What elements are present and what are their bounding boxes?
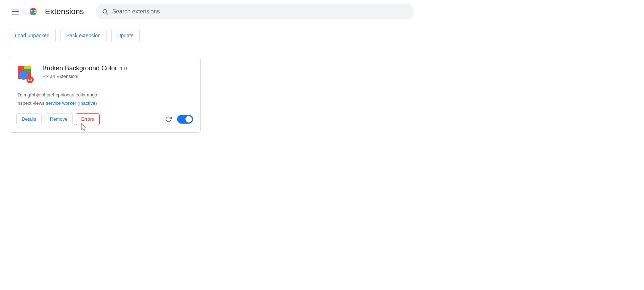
inspect-views-row: Inspect views service worker (Inactive)	[16, 99, 193, 107]
search-icon	[101, 8, 109, 15]
page-title: Extensions	[45, 7, 84, 16]
extension-meta: ID: mgfbhjnibhjdehcphiocaoiediidmngo Ins…	[16, 91, 193, 108]
service-worker-link[interactable]: service worker (Inactive)	[46, 100, 97, 106]
extension-description: Fix an Extension!	[42, 74, 193, 79]
search-input[interactable]	[112, 8, 409, 15]
remove-button[interactable]: Remove	[45, 113, 73, 125]
extension-id-row: ID: mgfbhjnibhjdehcphiocaoiediidmngo	[16, 91, 193, 99]
extension-name: Broken Background Color	[42, 65, 117, 72]
search-bar	[96, 4, 414, 20]
details-button[interactable]: Details	[16, 113, 42, 125]
card-header: Broken Background Color 1.0 Fix an Exten…	[16, 65, 193, 85]
load-unpacked-button[interactable]: Load unpacked	[9, 29, 56, 42]
svg-point-10	[32, 79, 32, 79]
chrome-logo-icon	[28, 6, 39, 17]
toggle-thumb	[185, 116, 192, 123]
inspect-label: Inspect views	[16, 100, 45, 106]
extension-id: mgfbhjnibhjdehcphiocaoiediidmngo	[24, 92, 97, 98]
reload-button[interactable]	[163, 113, 174, 125]
main-content: Broken Background Color 1.0 Fix an Exten…	[0, 48, 644, 141]
header: Extensions	[0, 0, 644, 23]
errors-button-wrapper: Errors	[76, 113, 99, 125]
enable-toggle[interactable]	[177, 115, 193, 124]
svg-point-6	[19, 71, 28, 80]
svg-rect-5	[24, 66, 31, 69]
svg-point-9	[29, 79, 31, 81]
card-footer: Details Remove Errors	[16, 113, 193, 125]
extension-icon	[16, 65, 37, 85]
extension-info: Broken Background Color 1.0 Fix an Exten…	[42, 65, 193, 79]
errors-button[interactable]: Errors	[76, 113, 99, 125]
extension-version: 1.0	[120, 66, 127, 71]
menu-button[interactable]	[9, 6, 22, 17]
extension-name-row: Broken Background Color 1.0	[42, 65, 193, 72]
toolbar: Load unpacked Pack extension Update	[0, 23, 644, 48]
svg-point-2	[32, 10, 35, 13]
extension-card: Broken Background Color 1.0 Fix an Exten…	[9, 57, 201, 133]
id-label: ID:	[16, 92, 22, 98]
pack-extension-button[interactable]: Pack extension	[60, 29, 107, 42]
update-button[interactable]: Update	[111, 29, 140, 42]
